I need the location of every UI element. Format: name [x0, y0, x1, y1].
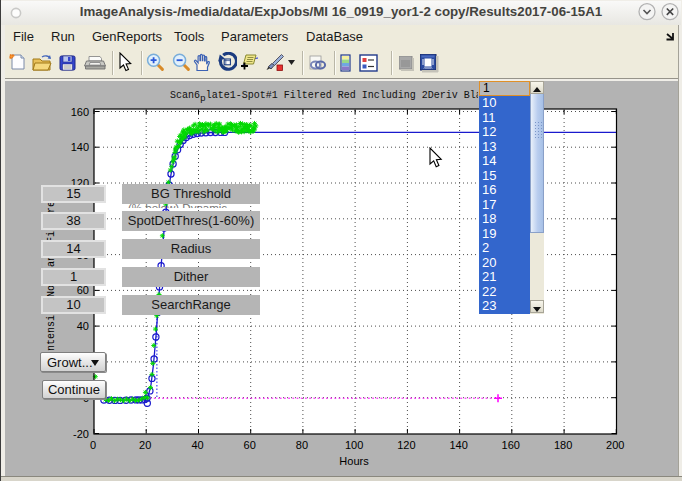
svg-text:160: 160 [71, 106, 89, 118]
svg-text:140: 140 [71, 141, 89, 153]
svg-text:180: 180 [554, 439, 572, 451]
svg-text:160: 160 [502, 439, 520, 451]
svg-text:20: 20 [139, 439, 151, 451]
svg-text:140: 140 [449, 439, 467, 451]
svg-text:80: 80 [296, 439, 308, 451]
svg-text:Hours: Hours [339, 455, 369, 467]
svg-text:120: 120 [397, 439, 415, 451]
svg-text:40: 40 [77, 320, 89, 332]
svg-text:40: 40 [191, 439, 203, 451]
svg-text:0: 0 [90, 439, 96, 451]
svg-text:-20: -20 [73, 428, 89, 440]
svg-text:60: 60 [77, 284, 89, 296]
svg-text:200: 200 [606, 439, 624, 451]
svg-text:100: 100 [345, 439, 363, 451]
svg-text:60: 60 [244, 439, 256, 451]
